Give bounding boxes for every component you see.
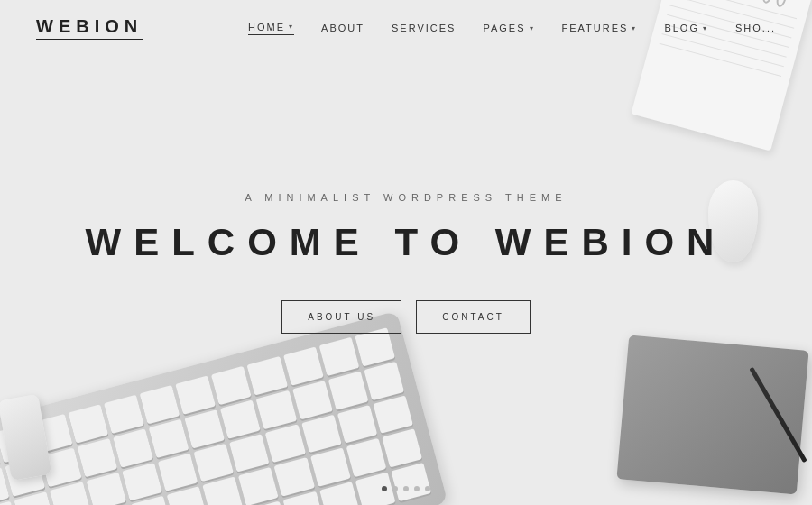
- chevron-down-icon: ▾: [289, 23, 294, 31]
- slide-dot-1[interactable]: [382, 486, 387, 491]
- nav-link-features[interactable]: FEATURES ▾: [562, 23, 638, 33]
- nav-item-home[interactable]: HOME ▾: [248, 22, 294, 35]
- slide-dot-5[interactable]: [425, 486, 430, 491]
- chevron-down-icon: ▾: [530, 24, 535, 32]
- hero-subtitle: A MINIMALIST WORDPRESS THEME: [245, 192, 567, 203]
- about-us-button[interactable]: ABOUT US: [281, 300, 401, 334]
- nav-link-services[interactable]: SERVICES: [392, 23, 456, 33]
- slide-dot-2[interactable]: [392, 486, 398, 491]
- nav-item-about[interactable]: ABOUT: [321, 23, 364, 33]
- hero-title: WELCOME TO WEBION: [86, 221, 727, 264]
- hero-buttons: ABOUT US CONTACT: [281, 300, 531, 334]
- nav-link-pages[interactable]: PAGES ▾: [483, 23, 534, 33]
- nav-item-shop[interactable]: SHO...: [735, 23, 776, 33]
- chevron-down-icon: ▾: [632, 24, 637, 32]
- nav-item-pages[interactable]: PAGES ▾: [483, 23, 534, 33]
- nav-item-blog[interactable]: BLOG ▾: [664, 23, 708, 33]
- slide-dot-3[interactable]: [403, 486, 409, 491]
- contact-button[interactable]: CONTACT: [416, 300, 531, 334]
- nav-link-blog[interactable]: BLOG ▾: [664, 23, 708, 33]
- logo-underline: [36, 39, 143, 40]
- logo-text: WEBION: [36, 16, 143, 37]
- content-overlay: WEBION HOME ▾ ABOUT SERVICES: [0, 0, 812, 505]
- nav-link-shop[interactable]: SHO...: [735, 23, 776, 33]
- nav-link-home[interactable]: HOME ▾: [248, 22, 294, 35]
- slide-dot-4[interactable]: [414, 486, 420, 491]
- chevron-down-icon: ▾: [703, 24, 708, 32]
- logo-container: WEBION: [36, 16, 143, 40]
- nav-links: HOME ▾ ABOUT SERVICES PAGES ▾: [248, 22, 776, 35]
- nav-item-services[interactable]: SERVICES: [392, 23, 456, 33]
- slide-dots: [382, 486, 430, 491]
- nav-link-about[interactable]: ABOUT: [321, 23, 364, 33]
- nav-item-features[interactable]: FEATURES ▾: [562, 23, 638, 33]
- hero-section: A MINIMALIST WORDPRESS THEME WELCOME TO …: [0, 56, 812, 505]
- navigation: WEBION HOME ▾ ABOUT SERVICES: [0, 0, 812, 56]
